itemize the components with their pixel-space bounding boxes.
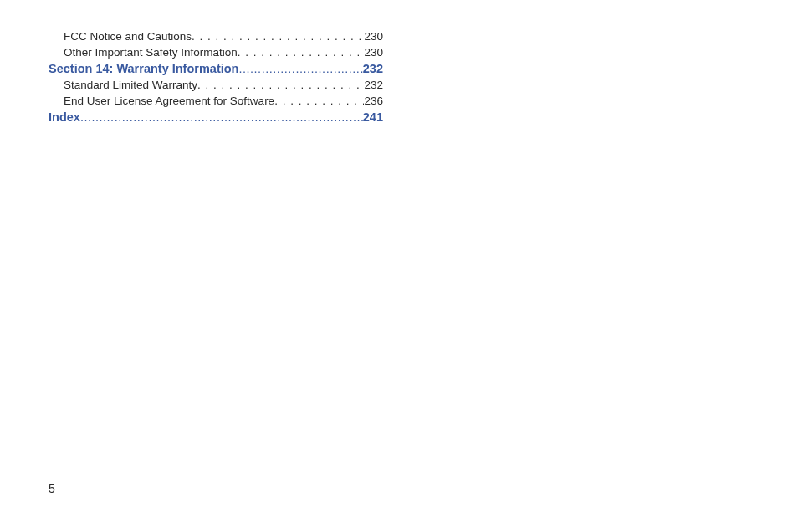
- toc-leader: ........................................…: [238, 62, 362, 75]
- toc-entry-index[interactable]: Index ..................................…: [49, 110, 383, 124]
- toc-label: Index: [49, 110, 80, 124]
- toc-page: 232: [364, 79, 383, 91]
- toc-label: End User License Agreement for Software: [64, 95, 274, 107]
- toc-entry-standard-warranty[interactable]: Standard Limited Warranty . . . . . . . …: [49, 79, 383, 91]
- toc-leader: . . . . . . . . . . . . . . . . . . . . …: [238, 46, 365, 59]
- toc-label: Standard Limited Warranty: [64, 79, 197, 91]
- toc-page: 236: [364, 95, 383, 107]
- toc-leader: ........................................…: [80, 110, 363, 124]
- toc-page: 230: [364, 46, 383, 59]
- page-number: 5: [49, 482, 55, 495]
- toc-label: Section 14: Warranty Information: [49, 62, 238, 75]
- toc-entry-other-safety[interactable]: Other Important Safety Information . . .…: [49, 46, 383, 59]
- toc-label: FCC Notice and Cautions: [64, 30, 192, 43]
- toc-page: 241: [363, 110, 383, 124]
- toc-entry-section-14[interactable]: Section 14: Warranty Information .......…: [49, 62, 383, 75]
- toc-page: 230: [364, 30, 383, 43]
- toc-entry-fcc-notice[interactable]: FCC Notice and Cautions . . . . . . . . …: [49, 30, 383, 43]
- toc-label: Other Important Safety Information: [64, 46, 238, 59]
- toc-leader: . . . . . . . . . . . . . . . . . . . . …: [197, 79, 364, 91]
- table-of-contents: FCC Notice and Cautions . . . . . . . . …: [49, 30, 383, 124]
- toc-page: 232: [363, 62, 383, 75]
- toc-entry-eula[interactable]: End User License Agreement for Software …: [49, 95, 383, 107]
- toc-leader: . . . . . . . . . . . . . . . . . . . . …: [192, 30, 364, 43]
- toc-leader: . . . . . . . . . . . . . . . . . . . . …: [274, 95, 364, 107]
